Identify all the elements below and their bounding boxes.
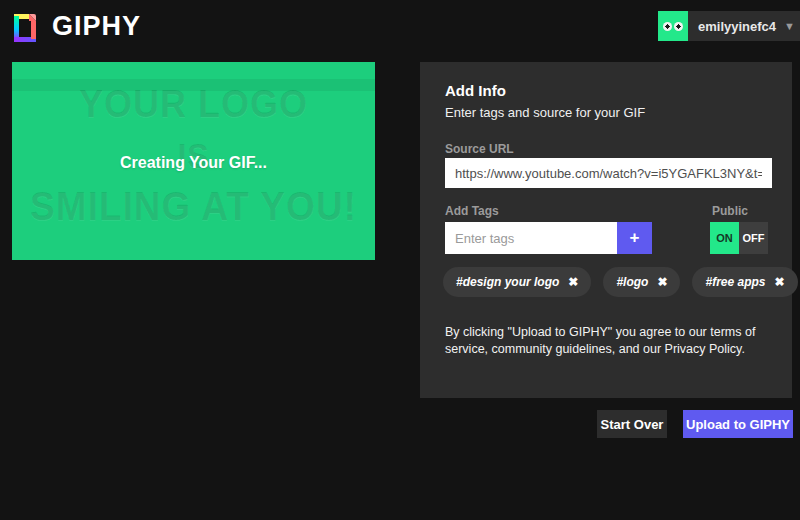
remove-tag-icon[interactable]: ✖	[775, 275, 785, 289]
user-menu[interactable]: emilyyinefc4 ▼	[658, 11, 800, 41]
public-toggle: ON OFF	[710, 222, 768, 254]
tag-input-row: +	[445, 222, 652, 254]
panel-title: Add Info	[445, 82, 506, 99]
add-tags-label: Add Tags	[445, 204, 499, 218]
tag-pill: #design your logo ✖	[443, 267, 591, 297]
plus-icon: +	[630, 228, 640, 247]
remove-tag-icon[interactable]: ✖	[657, 275, 667, 289]
terms-suffix: .	[741, 342, 744, 356]
add-tag-button[interactable]: +	[617, 222, 652, 254]
tag-input[interactable]	[445, 222, 617, 254]
creating-gif-status: Creating Your GIF...	[12, 154, 375, 172]
tag-pill: #logo ✖	[603, 267, 680, 297]
ghost-text-line: YOUR LOGO	[12, 85, 375, 124]
tag-pill-label: #design your logo	[456, 275, 559, 289]
community-guidelines-link[interactable]: community guidelines	[492, 342, 612, 356]
ghost-text-line: SMILING AT YOU!	[12, 187, 375, 227]
privacy-policy-link[interactable]: Privacy Policy	[665, 342, 742, 356]
avatar-eye-icon	[663, 22, 672, 31]
avatar-eye-icon	[674, 22, 683, 31]
terms-sep: ,	[485, 342, 492, 356]
gif-preview: YOUR LOGO IS SMILING AT YOU! Creating Yo…	[12, 62, 375, 260]
tag-pill: #free apps ✖	[692, 267, 797, 297]
remove-tag-icon[interactable]: ✖	[568, 275, 578, 289]
source-url-input[interactable]	[445, 158, 772, 188]
tag-pill-label: #logo	[616, 275, 648, 289]
toggle-off-button[interactable]: OFF	[739, 222, 768, 254]
giphy-logo-icon[interactable]	[10, 10, 44, 44]
giphy-upload-page: GIPHY emilyyinefc4 ▼ YOUR LOGO IS SMILIN…	[0, 0, 800, 520]
tag-pill-label: #free apps	[705, 275, 765, 289]
add-info-panel: Add Info Enter tags and source for your …	[420, 62, 792, 398]
terms-prefix: By clicking "Upload to GIPHY" you agree …	[445, 325, 710, 339]
brand-wordmark[interactable]: GIPHY	[52, 11, 141, 42]
chevron-down-icon: ▼	[784, 20, 800, 32]
public-label: Public	[712, 204, 748, 218]
upload-to-giphy-button[interactable]: Upload to GIPHY	[683, 410, 793, 438]
username-label: emilyyinefc4	[688, 19, 784, 34]
terms-text: By clicking "Upload to GIPHY" you agree …	[445, 324, 777, 358]
tag-pill-list: #design your logo ✖ #logo ✖ #free apps ✖	[443, 267, 798, 297]
toggle-on-button[interactable]: ON	[710, 222, 739, 254]
user-avatar	[658, 11, 688, 41]
start-over-button[interactable]: Start Over	[597, 410, 667, 438]
terms-sep: , and our	[612, 342, 665, 356]
source-url-label: Source URL	[445, 142, 514, 156]
panel-subtitle: Enter tags and source for your GIF	[445, 105, 645, 120]
